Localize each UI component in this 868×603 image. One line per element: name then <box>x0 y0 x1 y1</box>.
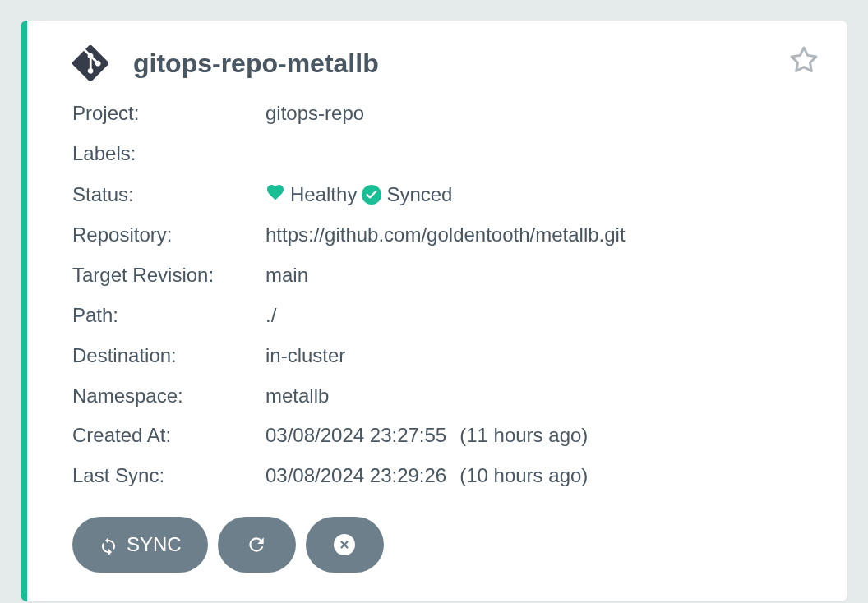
value-namespace: metallb <box>265 384 329 408</box>
row-destination: Destination: in-cluster <box>72 344 815 368</box>
label-status: Status: <box>72 183 265 207</box>
row-project: Project: gitops-repo <box>72 102 815 126</box>
status-health-text: Healthy <box>290 183 357 207</box>
favorite-star-icon[interactable] <box>789 45 819 75</box>
value-path: ./ <box>265 304 276 328</box>
sync-button[interactable]: SYNC <box>72 517 208 573</box>
refresh-icon <box>246 534 267 555</box>
details-list: Project: gitops-repo Labels: Status: Hea… <box>72 102 815 488</box>
value-target-revision: main <box>265 264 308 288</box>
check-circle-icon <box>362 185 381 205</box>
sync-icon <box>99 535 118 555</box>
label-last-sync: Last Sync: <box>72 464 265 488</box>
label-destination: Destination: <box>72 344 265 368</box>
row-last-sync: Last Sync: 03/08/2024 23:29:26 (10 hours… <box>72 464 815 488</box>
row-labels: Labels: <box>72 142 815 166</box>
value-repository: https://github.com/goldentooth/metallb.g… <box>265 223 626 247</box>
delete-button[interactable] <box>306 517 384 573</box>
status-sync-text: Synced <box>386 183 452 207</box>
row-created-at: Created At: 03/08/2024 23:27:55 (11 hour… <box>72 424 815 448</box>
value-created-at-ts: 03/08/2024 23:27:55 <box>265 424 446 448</box>
value-project: gitops-repo <box>265 102 364 126</box>
value-last-sync-rel: (10 hours ago) <box>459 464 588 488</box>
sync-button-label: SYNC <box>127 533 182 556</box>
label-created-at: Created At: <box>72 424 265 448</box>
row-target-revision: Target Revision: main <box>72 264 815 288</box>
git-icon <box>72 45 108 81</box>
row-status: Status: Healthy Synced <box>72 182 815 208</box>
label-target-revision: Target Revision: <box>72 264 265 288</box>
value-created-at-rel: (11 hours ago) <box>459 424 588 448</box>
card-header: gitops-repo-metallb <box>72 45 815 81</box>
action-bar: SYNC <box>72 517 815 573</box>
value-destination: in-cluster <box>265 344 345 368</box>
row-namespace: Namespace: metallb <box>72 384 815 408</box>
heart-icon <box>265 182 285 208</box>
label-path: Path: <box>72 304 265 328</box>
application-card: gitops-repo-metallb Project: gitops-repo… <box>21 21 847 601</box>
svg-marker-0 <box>792 48 816 71</box>
row-repository: Repository: https://github.com/goldentoo… <box>72 223 815 247</box>
application-title: gitops-repo-metallb <box>133 48 379 79</box>
close-circle-icon <box>334 534 355 555</box>
row-path: Path: ./ <box>72 304 815 328</box>
label-labels: Labels: <box>72 142 265 166</box>
label-namespace: Namespace: <box>72 384 265 408</box>
value-last-sync-ts: 03/08/2024 23:29:26 <box>265 464 446 488</box>
label-project: Project: <box>72 102 265 126</box>
refresh-button[interactable] <box>218 517 296 573</box>
label-repository: Repository: <box>72 223 265 247</box>
